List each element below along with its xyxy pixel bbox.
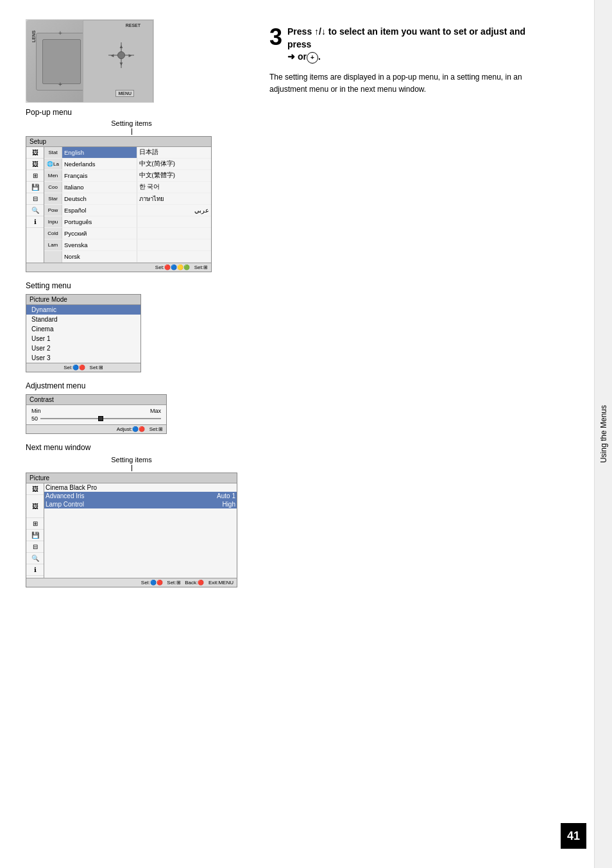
setting-standard: Standard bbox=[26, 315, 140, 324]
next-empty-5 bbox=[44, 555, 237, 566]
setting-menu-footer: Sel:🔵🔴 Set:⊞ bbox=[26, 363, 140, 372]
lang-it: Italiano bbox=[62, 182, 137, 193]
setting-menu-box: Picture Mode Dynamic Standard Cinema Use… bbox=[26, 294, 141, 372]
tag-empty bbox=[44, 251, 62, 263]
setting-items-indicator-popup bbox=[26, 128, 237, 135]
lang-empty2 bbox=[137, 228, 212, 239]
lang-zh-simple: 中文(简体字) bbox=[137, 159, 212, 170]
lang-zh-trad: 中文(繁體字) bbox=[137, 170, 212, 182]
setting-items-indicator-next bbox=[26, 465, 237, 471]
setting-dynamic: Dynamic bbox=[26, 305, 140, 315]
tag-pow: Pow bbox=[44, 205, 62, 216]
menu-icon-3: ⊞ bbox=[26, 170, 44, 182]
slider-value: 50 bbox=[31, 415, 38, 422]
setting-user1: User 1 bbox=[26, 334, 140, 343]
setting-user2: User 2 bbox=[26, 343, 140, 353]
tag-lam: Lam bbox=[44, 239, 62, 250]
menu-icon-2: 🖼 bbox=[26, 159, 44, 170]
lang-empty3 bbox=[137, 239, 212, 251]
tag-cold: Cold bbox=[44, 228, 62, 239]
tag-inpu: Inpu bbox=[44, 216, 62, 227]
next-item-cinema: Cinema Black Pro bbox=[44, 483, 237, 492]
lang-fr: Français bbox=[62, 170, 137, 182]
setting-user3: User 3 bbox=[26, 353, 140, 363]
lang-nl: Nederlands bbox=[62, 159, 137, 170]
step-number: 3 bbox=[269, 26, 282, 49]
next-empty-4 bbox=[44, 543, 237, 555]
next-empty-3 bbox=[44, 532, 237, 543]
step-dot: . bbox=[318, 51, 321, 62]
tag-star: Star bbox=[44, 193, 62, 204]
slider-thumb bbox=[98, 416, 103, 421]
lang-empty1 bbox=[137, 216, 212, 228]
step-circle: + bbox=[307, 52, 318, 64]
lang-sv: Svenska bbox=[62, 239, 137, 251]
adjustment-menu-box: Contrast Min Max 50 Adjust:🔵🔴 Set:⊞ bbox=[26, 394, 167, 434]
next-icon-3: ⊞ bbox=[26, 518, 44, 530]
step-description: The setting items are displayed in a pop… bbox=[269, 71, 545, 96]
lang-es: Español bbox=[62, 205, 137, 216]
lang-ar: عربي bbox=[137, 205, 212, 216]
adjustment-menu-label: Adjustment menu bbox=[26, 381, 237, 390]
lang-english: English bbox=[62, 147, 137, 159]
step3-container: 3 Press ↑/↓ to select an item you want t… bbox=[269, 26, 545, 64]
menu-icon-5: ⊟ bbox=[26, 193, 44, 205]
next-empty-6 bbox=[44, 566, 237, 578]
next-icon-2: 🖼 bbox=[26, 495, 44, 518]
menu-icon-7: ℹ bbox=[26, 216, 44, 228]
camera-image: LENS RESET ▲ ▼ ◄ ► bbox=[26, 19, 154, 103]
popup-menu-header: Setup bbox=[26, 137, 211, 147]
setting-menu-header: Picture Mode bbox=[26, 295, 140, 305]
sidebar-label: Using the Menus bbox=[599, 405, 608, 463]
menu-icon-6: 🔍 bbox=[26, 205, 44, 216]
step-heading-text: Press ↑/↓ to select an item you want to … bbox=[287, 26, 545, 64]
popup-menu-box: Setup 🖼 🖼 ⊞ 💾 ⊟ 🔍 ℹ bbox=[26, 136, 212, 272]
next-icon-1: 🖼 bbox=[26, 483, 44, 495]
menu-icon-4: 💾 bbox=[26, 182, 44, 193]
next-menu-box: Picture 🖼 🖼 ⊞ 💾 ⊟ 🔍 ℹ bbox=[26, 473, 237, 587]
max-label: Max bbox=[150, 408, 161, 414]
next-empty-2 bbox=[44, 520, 237, 532]
lang-ru: Русский bbox=[62, 228, 137, 239]
setting-menu-label: Setting menu bbox=[26, 281, 237, 290]
tag-coo: Coo bbox=[44, 182, 62, 193]
next-icon-5: ⊟ bbox=[26, 541, 44, 553]
step-arrow: ➜ or bbox=[287, 51, 307, 64]
setting-items-label-popup: Setting items bbox=[26, 119, 237, 127]
tag-stat: Stat bbox=[44, 147, 62, 158]
lang-ko: 한 국어 bbox=[137, 182, 212, 193]
adjustment-menu-header: Contrast bbox=[26, 395, 166, 405]
slider-track bbox=[40, 418, 161, 419]
next-item-lamp: Lamp ControlHigh bbox=[44, 500, 237, 508]
next-menu-footer: Sel:🔵🔴 Set:⊞ Back:🔴 Exit:MENU bbox=[26, 578, 237, 587]
next-icon-7: ℹ bbox=[26, 564, 44, 576]
menu-icon-1: 🖼 bbox=[26, 147, 44, 159]
lang-jp: 日本語 bbox=[137, 147, 212, 159]
setting-cinema: Cinema bbox=[26, 324, 140, 334]
lang-de: Deutsch bbox=[62, 193, 137, 205]
next-menu-header: Picture bbox=[26, 473, 237, 483]
setting-items-label-next: Setting items bbox=[26, 456, 237, 464]
page-number: 41 bbox=[561, 823, 586, 849]
sidebar-using-menus: Using the Menus bbox=[594, 0, 612, 868]
next-item-iris: Advanced IrisAuto 1 bbox=[44, 492, 237, 500]
tag-la: 🌐La bbox=[44, 159, 62, 169]
next-icon-4: 💾 bbox=[26, 530, 44, 541]
next-icon-6: 🔍 bbox=[26, 553, 44, 564]
lang-empty4 bbox=[137, 251, 212, 263]
next-menu-label: Next menu window bbox=[26, 443, 237, 452]
popup-menu-label: Pop-up menu bbox=[26, 108, 237, 117]
adjustment-menu-footer: Adjust:🔵🔴 Set:⊞ bbox=[26, 424, 166, 433]
min-label: Min bbox=[31, 408, 41, 414]
lang-pt: Português bbox=[62, 216, 137, 228]
lang-th: ภาษาไทย bbox=[137, 193, 212, 205]
tag-men: Men bbox=[44, 170, 62, 181]
popup-menu-footer: Set:🔴🔵🟡🟢 Set:⊞ bbox=[26, 263, 211, 272]
lang-no: Norsk bbox=[62, 251, 137, 263]
next-empty-1 bbox=[44, 508, 237, 520]
